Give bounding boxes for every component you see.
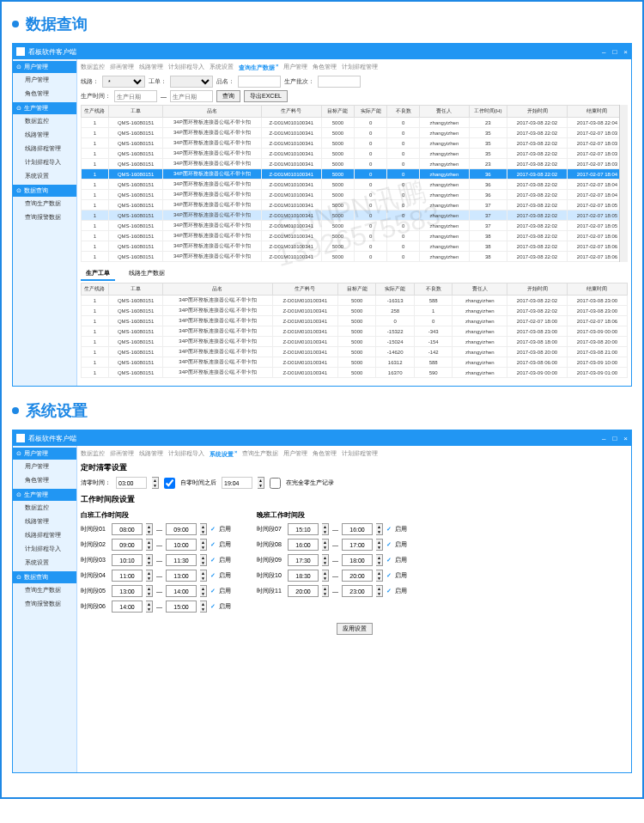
time-to-input[interactable]	[342, 585, 373, 597]
column-header[interactable]: 工单	[108, 106, 163, 118]
time-spinner[interactable]: ▲▼	[376, 539, 383, 551]
time-from-input[interactable]	[112, 570, 143, 582]
time-to-input[interactable]	[166, 570, 197, 582]
time-spinner[interactable]: ▲▼	[200, 570, 207, 582]
tab[interactable]: 计划排程导入	[168, 63, 204, 72]
full-clear-checkbox[interactable]	[270, 478, 281, 489]
table-row[interactable]: 1QMS-1608015134P面环整板连接器公端,不带卡扣Z-D01M0101…	[82, 326, 628, 337]
sidebar-item[interactable]: 角色管理	[13, 87, 76, 101]
sidebar-group-header[interactable]: 生产管理	[13, 102, 76, 114]
time-spinner[interactable]: ▲▼	[200, 585, 207, 597]
time-from-input[interactable]	[112, 523, 143, 535]
sidebar-item[interactable]: 线路排程管理	[13, 528, 76, 542]
table-row[interactable]: 1QMS-1608015134P面环整板连接器公端,不带卡扣Z-D01M0101…	[82, 241, 628, 252]
tab[interactable]: 用户管理	[283, 63, 307, 72]
time-to-input[interactable]	[166, 585, 197, 597]
sidebar-item[interactable]: 查询生产数据	[13, 197, 76, 210]
time-spinner[interactable]: ▲▼	[146, 570, 153, 582]
save-settings-button[interactable]: 应用设置	[337, 623, 373, 635]
table-row[interactable]: 1QMS-1608015134P面环整板连接器公端,不带卡扣Z-D01M0101…	[82, 252, 628, 262]
table-row[interactable]: 1QMS-1608015134P面环整板连接器公端,不带卡扣Z-D01M0101…	[82, 316, 628, 326]
tab[interactable]: 角色管理	[313, 63, 337, 72]
column-header[interactable]: 品名	[163, 283, 272, 296]
time-spinner[interactable]: ▲▼	[152, 477, 159, 489]
time-from-input[interactable]	[112, 585, 143, 597]
clear-time-input[interactable]	[116, 477, 147, 489]
column-header[interactable]: 责任人	[420, 106, 469, 118]
tab[interactable]: 数据监控	[81, 63, 105, 72]
time-to-input[interactable]	[342, 523, 373, 535]
maximize-button[interactable]: □	[612, 48, 617, 56]
sidebar-item[interactable]: 角色管理	[13, 473, 76, 487]
time-from-input[interactable]	[288, 570, 319, 582]
subtab[interactable]: 生产工单	[81, 267, 115, 281]
sidebar-item[interactable]: 线路排程管理	[13, 142, 76, 155]
time-to-input[interactable]	[166, 600, 197, 613]
minimize-button[interactable]: –	[602, 435, 605, 442]
column-header[interactable]: 生产料号	[261, 106, 321, 118]
time-from-input[interactable]	[112, 539, 143, 551]
table-row[interactable]: 1QMS-1608015134P面环整板连接器公端,不带卡扣Z-D01M0101…	[82, 231, 628, 241]
table-row[interactable]: 1QMS-1608015134P面环整板连接器公端,不带卡扣Z-D01M0101…	[82, 337, 628, 347]
export-button[interactable]: 导出EXCEL	[244, 90, 288, 102]
sidebar-item[interactable]: 系统设置	[13, 169, 76, 183]
minimize-button[interactable]: –	[602, 48, 605, 56]
sidebar-item[interactable]: 查询报警数据	[13, 597, 76, 611]
time-spinner[interactable]: ▲▼	[146, 600, 153, 613]
table-row[interactable]: 1QMS-1608015134P面环整板连接器公端,不带卡扣Z-D01M0101…	[82, 190, 628, 200]
tab[interactable]: 角色管理	[313, 449, 337, 459]
time-spinner[interactable]: ▲▼	[376, 570, 383, 582]
time-to-input[interactable]	[166, 539, 197, 551]
time-spinner[interactable]: ▲▼	[146, 585, 153, 597]
column-header[interactable]: 开始时间	[507, 283, 568, 296]
time-spinner[interactable]: ▲▼	[258, 477, 264, 489]
sidebar-item[interactable]: 线路管理	[13, 128, 76, 142]
tab[interactable]: 排画管理	[110, 449, 134, 459]
column-header[interactable]: 生产料号	[272, 283, 337, 296]
column-header[interactable]: 生产线路	[82, 106, 109, 118]
sidebar-item[interactable]: 数据监控	[13, 114, 76, 128]
tab[interactable]: 线路管理	[139, 63, 163, 72]
column-header[interactable]: 目标产能	[321, 106, 354, 118]
plan-input[interactable]	[318, 76, 361, 88]
table-row[interactable]: 1QMS-1608015134P面环整板连接器公端,不带卡扣Z-D01M0101…	[82, 368, 628, 378]
time-to-input[interactable]	[342, 539, 373, 551]
column-header[interactable]: 不良数	[387, 106, 420, 118]
table-row[interactable]: 1QMS-1608015134P面环整板连接器公端,不带卡扣Z-D01M0101…	[82, 221, 628, 231]
tab[interactable]: 查询生产数据×	[239, 63, 278, 72]
sidebar-item[interactable]: 用户管理	[13, 460, 76, 473]
time-to-input[interactable]	[166, 554, 197, 566]
auto-clear-checkbox[interactable]	[164, 478, 175, 489]
order-select[interactable]	[170, 76, 213, 88]
column-header[interactable]: 不良数	[414, 283, 453, 296]
sidebar-group-header[interactable]: 数据查询	[13, 185, 76, 197]
tab[interactable]: 系统设置×	[210, 449, 237, 459]
column-header[interactable]: 工单	[108, 283, 163, 296]
sidebar-item[interactable]: 计划排程导入	[13, 542, 76, 556]
tab[interactable]: 线路管理	[139, 449, 163, 459]
sidebar-item[interactable]: 数据监控	[13, 501, 76, 515]
sidebar-group-header[interactable]: 生产管理	[13, 489, 76, 501]
time-spinner[interactable]: ▲▼	[200, 600, 207, 613]
time-to-input[interactable]	[166, 523, 197, 535]
tab[interactable]: 用户管理	[283, 449, 307, 459]
tab[interactable]: 计划排程管理	[342, 449, 378, 459]
line-select[interactable]: *	[102, 76, 145, 88]
sidebar-group-header[interactable]: 用户管理	[13, 61, 76, 73]
close-button[interactable]: ×	[623, 48, 628, 56]
table-row[interactable]: 1QMS-1608015134P面环整板连接器公端,不带卡扣Z-D01M0101…	[82, 296, 628, 306]
tab[interactable]: 查询生产数据	[242, 449, 278, 459]
maximize-button[interactable]: □	[612, 435, 617, 442]
column-header[interactable]: 品名	[163, 106, 261, 118]
table-row[interactable]: 1QMS-1608015134P面环整板连接器公端,不带卡扣Z-D01M0101…	[82, 169, 628, 180]
sidebar-item[interactable]: 用户管理	[13, 73, 76, 87]
column-header[interactable]: 工作时间(H)	[469, 106, 507, 118]
time-spinner[interactable]: ▲▼	[200, 523, 207, 535]
search-button[interactable]: 查询	[216, 90, 240, 102]
tab[interactable]: 排画管理	[110, 63, 134, 72]
sidebar-item[interactable]: 查询报警数据	[13, 210, 76, 224]
column-header[interactable]: 实际产能	[376, 283, 415, 296]
time-spinner[interactable]: ▲▼	[146, 523, 153, 535]
time-spinner[interactable]: ▲▼	[322, 539, 329, 551]
time-from-input[interactable]	[288, 539, 319, 551]
